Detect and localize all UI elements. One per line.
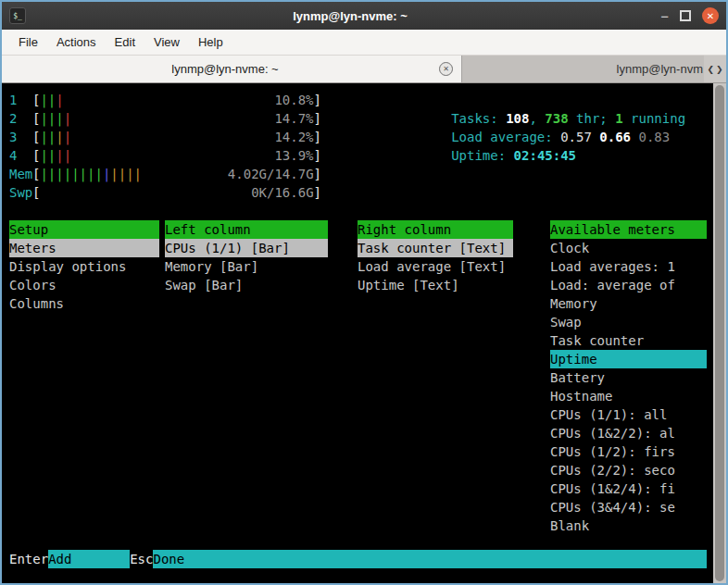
tab-scroll-left-icon[interactable]: ❮ <box>707 65 714 74</box>
menu-item[interactable]: Help <box>189 30 232 55</box>
meter-bracket-open: [ <box>32 146 40 165</box>
tasks-label: Tasks: <box>451 111 506 126</box>
panel-item[interactable]: Clock <box>550 239 707 257</box>
panel-item[interactable]: Battery <box>550 368 707 387</box>
setup-panel-right-column: Right column Task counter [Text]Load ave… <box>358 220 513 535</box>
cpu-meter-bar: |||| <box>40 128 274 146</box>
swap-meter: Swp[0K/16.6G] <box>9 183 321 202</box>
panel-item[interactable]: Task counter <box>550 331 707 350</box>
panel-item[interactable]: CPUs (3&4/4): se <box>550 498 707 517</box>
tab-active[interactable]: lynmp@lyn-nvme: ~ ✕ <box>2 56 462 82</box>
meter-bracket-open: [ <box>32 109 40 128</box>
panel-body: ClockLoad averages: 1Load: average ofMem… <box>550 239 707 535</box>
setup-panel-categories: Setup MetersDisplay optionsColorsColumns <box>9 220 159 535</box>
panel-item[interactable]: CPUs (1/1) [Bar] <box>165 239 328 257</box>
panel-item[interactable]: Display options <box>9 257 159 276</box>
htop-setup-screen: 1[|||10.8%] 2[||||14.7%] 3[||||14.2%] 4[… <box>2 83 713 583</box>
panel-item[interactable]: Hostname <box>550 387 707 405</box>
scrollbar[interactable] <box>713 83 726 583</box>
tab-scroll-right-icon[interactable]: ❯ <box>716 65 723 74</box>
htop-header-area: 1[|||10.8%] 2[||||14.7%] 3[||||14.2%] 4[… <box>9 91 707 202</box>
tab-inactive-label: lynmp@lyn-nvm <box>617 62 703 76</box>
swap-meter-label: Swp <box>9 183 32 202</box>
panel-item[interactable]: Load: average of <box>550 276 707 294</box>
panel-item[interactable]: Load averages: 1 <box>550 257 707 276</box>
esc-key-label[interactable]: Esc <box>130 550 153 568</box>
cpu-meter-2: 2[||||14.7%] <box>9 109 321 128</box>
minimize-button[interactable]: − <box>660 9 669 23</box>
window-controls: − ✕ <box>660 7 719 24</box>
swap-meter-value: 0K/16.6G <box>251 183 313 202</box>
panel-item[interactable]: Load average [Text] <box>358 257 513 276</box>
maximize-button[interactable] <box>680 10 691 21</box>
panel-item[interactable]: Memory [Bar] <box>165 257 328 276</box>
cpu-meter-label: 1 <box>9 91 32 109</box>
meter-bar-segment: || <box>40 148 56 163</box>
panel-item[interactable]: CPUs (1/1): all <box>550 405 707 424</box>
setup-panel-left-column: Left column CPUs (1/1) [Bar]Memory [Bar]… <box>165 220 328 535</box>
done-button[interactable]: Done <box>153 550 707 568</box>
meter-bracket-close: ] <box>314 91 321 109</box>
terminal-window: $_ lynmp@lyn-nvme: ~ − ✕ FileActionsEdit… <box>0 0 728 585</box>
tab-inactive[interactable]: lynmp@lyn-nvm <box>462 56 704 82</box>
menu-item[interactable]: View <box>144 30 189 55</box>
panel-item[interactable]: Memory <box>550 294 707 313</box>
window-title: lynmp@lyn-nvme: ~ <box>57 9 643 23</box>
menu-item[interactable]: Actions <box>47 30 106 55</box>
panel-item[interactable]: CPUs (2/2): seco <box>550 461 707 479</box>
meter-bar-segment: |||||||| <box>40 167 102 181</box>
panel-item[interactable]: Blank <box>550 517 707 535</box>
function-bar: Enter Add Esc Done <box>9 550 707 568</box>
panel-body: Task counter [Text]Load average [Text]Up… <box>358 239 513 294</box>
cpu-meter-label: 3 <box>9 128 32 146</box>
running-count: 1 <box>615 111 622 126</box>
cpu-meter-value: 10.8% <box>274 91 313 109</box>
cpu-meter-3: 3[||||14.2%] <box>9 128 321 146</box>
load-average-label: Load average: <box>451 130 560 144</box>
panel-item[interactable]: Columns <box>9 294 159 313</box>
panel-item[interactable]: Uptime [Text] <box>358 276 513 294</box>
meter-bracket-close: ] <box>314 165 321 183</box>
add-button[interactable]: Add <box>48 550 130 568</box>
panel-item[interactable]: Uptime <box>550 350 707 368</box>
close-button[interactable]: ✕ <box>702 7 719 24</box>
cpu-meter-1: 1[|||10.8%] <box>9 91 321 109</box>
cpu-meter-value: 14.7% <box>274 109 313 128</box>
enter-key-label[interactable]: Enter <box>9 550 48 568</box>
running-label: running <box>623 111 685 126</box>
load-5min: 0.66 <box>599 130 638 144</box>
memory-meter-label: Mem <box>9 165 32 183</box>
meter-bracket-close: ] <box>314 109 321 128</box>
terminal-viewport[interactable]: 1[|||10.8%] 2[||||14.7%] 3[||||14.2%] 4[… <box>2 83 726 583</box>
panel-item[interactable]: CPUs (1/2): firs <box>550 442 707 461</box>
menu-item[interactable]: File <box>9 30 47 55</box>
panel-item[interactable]: Swap [Bar] <box>165 276 328 294</box>
stats-column: Tasks: 108, 738 thr; 1 running Load aver… <box>358 91 685 202</box>
meter-bracket-open: [ <box>32 91 40 109</box>
meter-bar-segment: | <box>64 130 71 144</box>
panel-item[interactable]: Task counter [Text] <box>358 239 513 257</box>
threads-label: thr; <box>569 111 616 126</box>
cpu-meter-value: 13.9% <box>274 146 313 165</box>
scrollbar-thumb[interactable] <box>715 85 724 581</box>
panel-item[interactable]: Swap <box>550 313 707 331</box>
threads-count: 738 <box>545 111 568 126</box>
tab-close-icon[interactable]: ✕ <box>439 62 453 76</box>
terminal-app-icon-glyph: $_ <box>13 12 22 20</box>
close-icon: ✕ <box>707 11 714 21</box>
panel-item[interactable]: Colors <box>9 276 159 294</box>
tasks-separator: , <box>529 111 545 126</box>
meter-bar-segment: | <box>56 93 63 107</box>
panel-item[interactable]: Meters <box>9 239 159 257</box>
meter-bar-segment: | <box>56 130 63 144</box>
memory-meter-bar: ||||||||||||| <box>40 165 227 183</box>
meter-bracket-close: ] <box>314 128 321 146</box>
meter-bracket-close: ] <box>314 146 321 165</box>
memory-meter-value: 4.02G/14.7G <box>228 165 314 183</box>
panel-item[interactable]: CPUs (1&2/2): al <box>550 424 707 442</box>
titlebar[interactable]: $_ lynmp@lyn-nvme: ~ − ✕ <box>2 2 726 30</box>
cpu-meter-label: 4 <box>9 146 32 165</box>
panel-item[interactable]: CPUs (1&2/4): fi <box>550 479 707 498</box>
setup-panels: Setup MetersDisplay optionsColorsColumns… <box>9 220 707 535</box>
menu-item[interactable]: Edit <box>106 30 144 55</box>
